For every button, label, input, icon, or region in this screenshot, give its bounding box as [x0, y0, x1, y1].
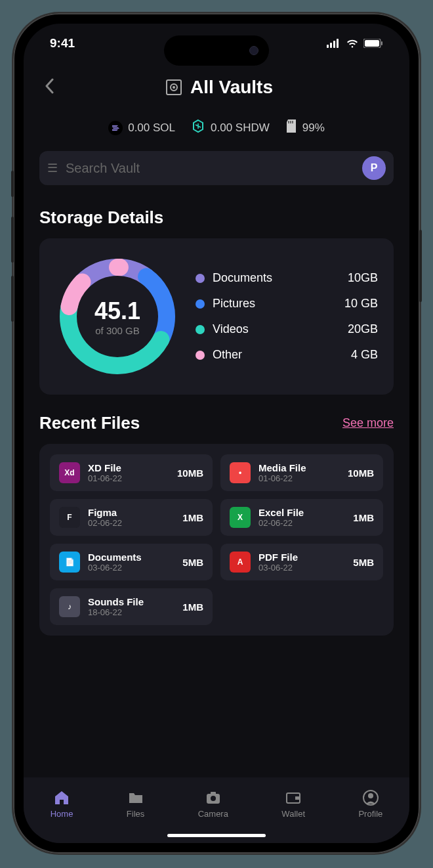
legend-value: 10 GB [344, 297, 378, 311]
svg-rect-2 [333, 41, 335, 48]
camera-icon [205, 789, 222, 806]
signal-icon [327, 39, 341, 48]
legend-name: Other [213, 348, 343, 362]
file-name: Sounds File [88, 596, 175, 607]
sol-icon [108, 121, 123, 135]
legend-row: Pictures10 GB [196, 297, 378, 311]
file-date: 02-06-22 [88, 518, 175, 528]
nav-label: Profile [358, 809, 382, 819]
recent-files-grid: XdXD File01-06-2210MB•Media File01-06-22… [39, 444, 394, 636]
file-name: Figma [88, 507, 175, 518]
file-card[interactable]: 📄Documents03-06-225MB [50, 544, 213, 580]
legend-name: Pictures [213, 297, 337, 311]
file-size: 10MB [177, 467, 203, 479]
home-indicator[interactable] [167, 834, 266, 837]
menu-icon[interactable]: ☰ [47, 161, 58, 175]
phone-frame: 9:41 All Vaults 0.00 SOL [13, 13, 420, 854]
nav-label: Files [127, 809, 144, 819]
svg-rect-20 [211, 792, 216, 794]
svg-rect-22 [295, 796, 300, 800]
vault-icon [164, 77, 184, 97]
file-type-icon: A [230, 552, 251, 573]
nav-camera[interactable]: Camera [198, 789, 228, 819]
file-date: 01-06-22 [88, 473, 169, 483]
file-card[interactable]: XExcel File02-06-221MB [220, 499, 383, 536]
legend-row: Documents10GB [196, 271, 378, 285]
file-card[interactable]: ♪Sounds File18-06-221MB [50, 588, 213, 625]
sd-card-icon [285, 119, 297, 137]
file-date: 01-06-22 [258, 473, 340, 483]
legend-value: 10GB [348, 271, 378, 285]
file-size: 5MB [353, 557, 374, 568]
file-size: 10MB [348, 467, 374, 479]
dynamic-island [164, 35, 269, 66]
storage-pct: 99% [285, 119, 325, 137]
file-type-icon: F [59, 507, 80, 528]
search-bar[interactable]: ☰ Search Vault P [39, 151, 394, 185]
file-name: Media File [258, 462, 340, 473]
wallet-icon [285, 789, 302, 806]
page-header: All Vaults [24, 63, 409, 111]
balance-stats: 0.00 SOL 0.00 SHDW 99% [24, 111, 409, 144]
nav-profile[interactable]: Profile [358, 789, 382, 819]
svg-rect-1 [330, 43, 332, 48]
file-card[interactable]: XdXD File01-06-2210MB [50, 454, 213, 491]
nav-home[interactable]: Home [51, 789, 73, 819]
sol-balance: 0.00 SOL [108, 119, 175, 137]
shdw-icon [191, 119, 205, 137]
file-date: 18-06-22 [88, 607, 175, 617]
nav-label: Wallet [281, 809, 305, 819]
battery-icon [363, 39, 383, 48]
recent-files-title: Recent Files [39, 413, 140, 433]
legend-value: 4 GB [351, 348, 378, 362]
page-title: All Vaults [190, 77, 273, 98]
file-size: 1MB [353, 512, 374, 523]
profile-icon [362, 789, 379, 806]
file-size: 5MB [182, 557, 203, 568]
file-name: Documents [88, 552, 175, 563]
storage-total-label: of 300 GB [95, 325, 140, 336]
svg-rect-10 [288, 121, 289, 123]
file-date: 02-06-22 [258, 518, 345, 528]
search-input[interactable]: Search Vault [66, 161, 354, 176]
home-icon [53, 789, 70, 806]
nav-wallet[interactable]: Wallet [281, 789, 305, 819]
nav-files[interactable]: Files [127, 789, 144, 819]
wifi-icon [346, 39, 359, 48]
nav-label: Home [51, 809, 73, 819]
svg-rect-3 [337, 39, 339, 48]
storage-section-title: Storage Details [24, 192, 409, 238]
bottom-nav: HomeFilesCameraWalletProfile [24, 777, 409, 843]
file-card[interactable]: FFigma02-06-221MB [50, 499, 213, 536]
file-type-icon: • [230, 462, 251, 483]
file-name: Excel File [258, 507, 345, 518]
file-name: XD File [88, 462, 169, 473]
legend-dot [196, 274, 205, 283]
file-type-icon: 📄 [59, 552, 80, 573]
file-type-icon: X [230, 507, 251, 528]
svg-rect-0 [327, 45, 329, 48]
legend-dot [196, 351, 205, 360]
svg-rect-12 [292, 121, 293, 123]
legend-row: Videos20GB [196, 322, 378, 336]
file-size: 1MB [182, 601, 203, 613]
storage-card: 45.1 of 300 GB Documents10GBPictures10 G… [39, 238, 394, 395]
storage-used-value: 45.1 [94, 297, 140, 325]
see-more-link[interactable]: See more [342, 416, 394, 430]
svg-rect-6 [381, 41, 382, 45]
storage-legend: Documents10GBPictures10 GBVideos20GBOthe… [196, 271, 378, 362]
file-card[interactable]: •Media File01-06-2210MB [220, 454, 383, 491]
legend-row: Other4 GB [196, 348, 378, 362]
legend-name: Videos [213, 322, 340, 336]
file-card[interactable]: APDF File03-06-225MB [220, 544, 383, 580]
legend-value: 20GB [348, 322, 378, 336]
file-size: 1MB [182, 512, 203, 523]
file-type-icon: Xd [59, 462, 80, 483]
svg-rect-11 [290, 121, 291, 123]
svg-point-24 [368, 793, 373, 798]
storage-donut-chart: 45.1 of 300 GB [55, 254, 180, 379]
back-button[interactable] [39, 70, 59, 104]
file-type-icon: ♪ [59, 596, 80, 617]
nav-label: Camera [198, 809, 228, 819]
avatar[interactable]: P [362, 156, 386, 180]
